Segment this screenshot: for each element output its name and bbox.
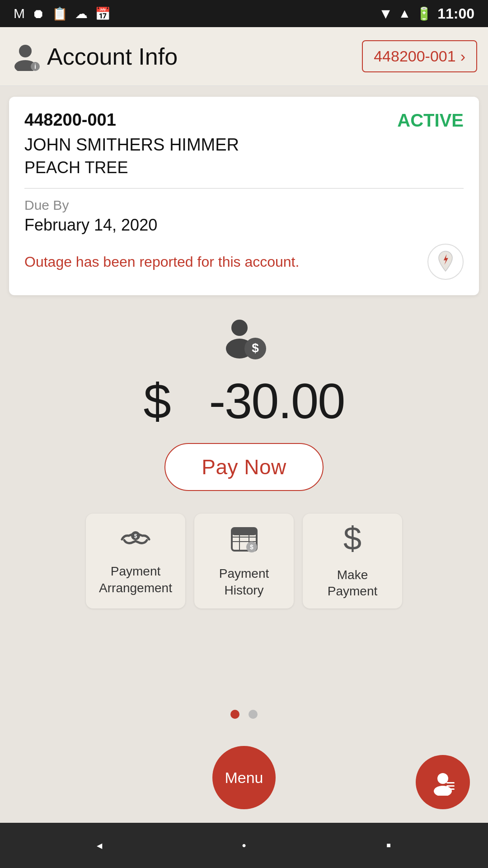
payment-arrangement-tile[interactable]: $ PaymentArrangement (86, 514, 185, 609)
account-badge-number: 448200-001 (374, 47, 456, 65)
recent-button[interactable]: ■ (375, 832, 402, 859)
wifi-icon: ▼ (379, 5, 393, 22)
svg-rect-12 (232, 528, 257, 535)
home-button[interactable]: ● (230, 832, 258, 859)
payment-history-tile[interactable]: $ PaymentHistory (194, 514, 294, 609)
pagination-dot-2 (249, 710, 258, 719)
header: i Account Info 448200-001 › (0, 27, 488, 86)
bottom-area: Menu (0, 732, 488, 823)
gmail-icon: M (14, 6, 25, 21)
card-top-row: 448200-001 ACTIVE (24, 110, 464, 131)
svg-point-5 (231, 320, 248, 336)
make-payment-label: MakePayment (328, 567, 378, 600)
outage-map-icon[interactable] (427, 244, 464, 280)
status-left-icons: M ⏺ 📋 ☁ 📅 (14, 6, 111, 21)
svg-text:$: $ (252, 341, 259, 355)
balance-section: $ $ -30.00 (144, 318, 345, 429)
account-location: PEACH TREE (24, 158, 464, 189)
back-button[interactable]: ◀ (86, 832, 113, 859)
dollar-sign-icon: $ (340, 523, 365, 560)
pagination-dot-1 (230, 710, 239, 719)
status-right-icons: ▼ ▲ 🔋 11:00 (379, 5, 474, 22)
balance-amount: $ -30.00 (144, 372, 345, 429)
battery-icon: 🔋 (416, 6, 432, 21)
card-account-number: 448200-001 (24, 110, 116, 130)
svg-rect-22 (446, 782, 455, 783)
outage-row: Outage has been reported for this accoun… (24, 244, 464, 280)
nav-bar: ◀ ● ■ (0, 823, 488, 868)
due-date-value: February 14, 2020 (24, 216, 464, 235)
svg-rect-24 (446, 788, 455, 790)
customer-name: JOHN SMITHERS HIMMER (24, 135, 464, 155)
contact-fab-button[interactable] (416, 755, 470, 809)
account-badge-button[interactable]: 448200-001 › (362, 40, 477, 72)
chevron-right-icon: › (460, 47, 465, 65)
record-icon: ⏺ (32, 6, 45, 21)
payment-arrangement-label: PaymentArrangement (99, 563, 172, 596)
svg-text:$: $ (250, 543, 253, 551)
svg-text:$: $ (134, 533, 137, 539)
handshake-svg: $ (120, 526, 151, 551)
menu-button[interactable]: Menu (212, 746, 276, 809)
status-bar: M ⏺ 📋 ☁ 📅 ▼ ▲ 🔋 11:00 (0, 0, 488, 27)
cloud-icon: ☁ (75, 6, 88, 21)
signal-icon: ▲ (398, 6, 411, 21)
main-content: 448200-001 ACTIVE JOHN SMITHERS HIMMER P… (0, 86, 488, 732)
pagination-dots (230, 710, 258, 732)
svg-point-20 (437, 773, 448, 784)
calendar-dollar-svg: $ (230, 524, 259, 553)
balance-icon: $ (217, 318, 271, 365)
calendar-icon: 📅 (95, 6, 111, 21)
lightning-pin-icon (434, 250, 457, 273)
account-card: 448200-001 ACTIVE JOHN SMITHERS HIMMER P… (9, 97, 479, 295)
action-tiles: $ PaymentArrangement $ (86, 514, 402, 609)
contact-icon (429, 769, 456, 796)
header-left: i Account Info (11, 42, 178, 71)
person-dollar-icon: $ (217, 318, 271, 363)
svg-rect-23 (446, 785, 455, 787)
pay-now-button[interactable]: Pay Now (164, 443, 324, 491)
make-payment-tile[interactable]: $ MakePayment (303, 514, 402, 609)
balance-value: -30.00 (209, 373, 344, 429)
outage-message: Outage has been reported for this accoun… (24, 254, 427, 270)
calendar-dollar-icon: $ (230, 524, 259, 558)
svg-point-21 (434, 786, 452, 796)
sim-icon: 📋 (52, 6, 68, 21)
due-by-label: Due By (24, 198, 464, 213)
time-display: 11:00 (437, 5, 474, 22)
dollar-svg: $ (340, 523, 365, 554)
page-title: Account Info (47, 43, 178, 70)
handshake-icon: $ (120, 526, 151, 556)
svg-text:$: $ (343, 523, 361, 554)
account-status: ACTIVE (397, 110, 464, 131)
svg-text:i: i (34, 63, 36, 70)
svg-point-0 (19, 45, 32, 57)
payment-history-label: PaymentHistory (219, 566, 269, 599)
currency-symbol: $ (144, 373, 170, 429)
account-avatar-icon: i (11, 42, 40, 71)
